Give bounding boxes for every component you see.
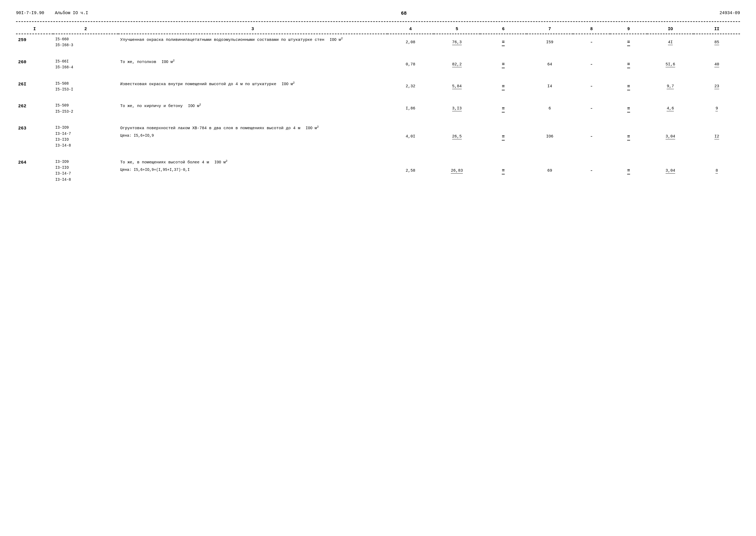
col-header-9: 9	[610, 24, 647, 34]
row-col6: =	[480, 100, 526, 116]
row-number: 260	[16, 56, 53, 72]
row-col4: I,86	[387, 100, 434, 116]
row-col11: I2	[694, 122, 740, 150]
row-col9: =	[610, 34, 647, 50]
row-description: Улучшенная окраска поливинилацетатными в…	[118, 34, 387, 50]
table-row: 263I3-IO9I3-I4-7I3-IIOI3-I4-8Огрунтовка …	[16, 122, 740, 150]
row-col8: -	[573, 100, 610, 116]
row-col6: =	[480, 122, 526, 150]
col-header-8: 8	[573, 24, 610, 34]
row-col8: -	[573, 56, 610, 72]
row-col4: 2,08	[387, 34, 434, 50]
row-description: Известковая окраска внутри помещений выс…	[118, 79, 387, 94]
row-col11: 40	[694, 56, 740, 72]
row-col5: 26,5	[434, 122, 480, 150]
row-col10: 3,04	[647, 157, 694, 184]
row-col11: 9	[694, 100, 740, 116]
row-spacer	[16, 50, 740, 56]
row-col9: =	[610, 100, 647, 116]
row-col11: 85	[694, 34, 740, 50]
row-col4: 0,78	[387, 56, 434, 72]
row-col8: -	[573, 122, 610, 150]
col-header-5: 5	[434, 24, 480, 34]
row-number: 264	[16, 157, 53, 184]
row-spacer	[16, 94, 740, 100]
row-codes: I3-IO9I3-I4-7I3-IIOI3-I4-8	[53, 122, 118, 150]
table-row: 260I5-66IIб-I68-4То же, потолковIOO м20,…	[16, 56, 740, 72]
row-spacer	[16, 72, 740, 79]
row-col5: 3,I3	[434, 100, 480, 116]
row-col6: =	[480, 56, 526, 72]
row-col9: =	[610, 56, 647, 72]
row-codes: I5-660Iб-I68-3	[53, 34, 118, 50]
col-header-3: 3	[118, 24, 387, 34]
row-col10: 9,7	[647, 79, 694, 94]
row-col10: 4,6	[647, 100, 694, 116]
table-row: 262I5-509I5-I53-2То же, по кирпичу и бет…	[16, 100, 740, 116]
row-col4: 4,0I	[387, 122, 434, 150]
row-col7: IO6	[526, 122, 573, 150]
row-col6: =	[480, 79, 526, 94]
row-col8: -	[573, 34, 610, 50]
col-header-6: 6	[480, 24, 526, 34]
col-header-7: 7	[526, 24, 573, 34]
col-header-2: 2	[53, 24, 118, 34]
row-col7: 6	[526, 100, 573, 116]
row-codes: I5-509I5-I53-2	[53, 100, 118, 116]
row-col6: =	[480, 34, 526, 50]
row-col9: =	[610, 79, 647, 94]
row-col4: 2,32	[387, 79, 434, 94]
top-separator	[16, 21, 740, 22]
row-spacer	[16, 184, 740, 190]
row-col10: 4I	[647, 34, 694, 50]
row-col10: 5I,6	[647, 56, 694, 72]
col-header-11: II	[694, 24, 740, 34]
album-label: Альбом IO ч.I	[55, 11, 88, 16]
row-col7: I4	[526, 79, 573, 94]
row-col7: 64	[526, 56, 573, 72]
col-header-1: I	[16, 24, 53, 34]
row-col5: 76,3	[434, 34, 480, 50]
row-col8: -	[573, 79, 610, 94]
row-description: То же, по кирпичу и бетонуIOO м2	[118, 100, 387, 116]
row-spacer	[16, 116, 740, 122]
row-number: 263	[16, 122, 53, 150]
page-number: 68	[401, 11, 407, 16]
row-col11: 23	[694, 79, 740, 94]
row-description: То же, потолковIOO м2	[118, 56, 387, 72]
catalog-number: 24934-09	[719, 11, 740, 16]
row-spacer	[16, 150, 740, 157]
row-col9: =	[610, 122, 647, 150]
doc-number: 90I-7-I9.90	[16, 11, 44, 16]
table-row: 259I5-660Iб-I68-3Улучшенная окраска поли…	[16, 34, 740, 50]
row-col7: I59	[526, 34, 573, 50]
row-col5: 5,84	[434, 79, 480, 94]
row-col10: 3,04	[647, 122, 694, 150]
row-description: Огрунтовка поверхностей лаком ХВ-784 в д…	[118, 122, 387, 150]
row-col7: 69	[526, 157, 573, 184]
row-col9: =	[610, 157, 647, 184]
col-header-10: IO	[647, 24, 694, 34]
row-number: 262	[16, 100, 53, 116]
col-header-4: 4	[387, 24, 434, 34]
row-codes: I3-IO9I3-IIOI3-I4-7I3-I4-8	[53, 157, 118, 184]
row-codes: I5-508I5-I53-I	[53, 79, 118, 94]
table-row: 26II5-508I5-I53-IИзвестковая окраска вну…	[16, 79, 740, 94]
row-number: 26I	[16, 79, 53, 94]
row-col4: 2,58	[387, 157, 434, 184]
row-col8: -	[573, 157, 610, 184]
row-col6: =	[480, 157, 526, 184]
row-description: То же, в помещениях высотой более 4 мIOO…	[118, 157, 387, 184]
page-header: 90I-7-I9.90 Альбом IO ч.I 68 24934-09	[16, 11, 740, 16]
column-header-row: I 2 3 4 5 6 7 8 9 IO II	[16, 24, 740, 34]
row-col5: 26,83	[434, 157, 480, 184]
main-table: I 2 3 4 5 6 7 8 9 IO II 259I5-660Iб-I68-…	[16, 24, 740, 190]
row-number: 259	[16, 34, 53, 50]
table-row: 264I3-IO9I3-IIOI3-I4-7I3-I4-8То же, в по…	[16, 157, 740, 184]
row-codes: I5-66IIб-I68-4	[53, 56, 118, 72]
row-col5: 82,2	[434, 56, 480, 72]
row-col11: 8	[694, 157, 740, 184]
